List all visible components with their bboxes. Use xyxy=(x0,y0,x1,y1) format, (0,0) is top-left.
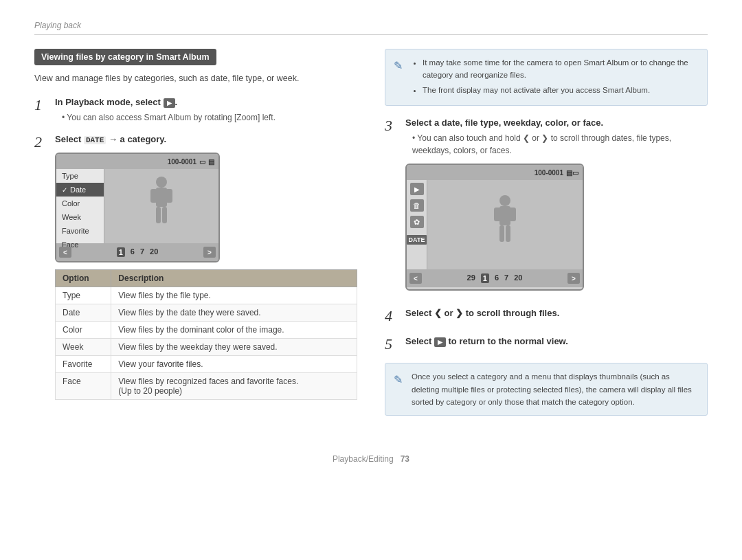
step-number-1: 1 xyxy=(34,96,49,124)
intro-text: View and manage files by categories, suc… xyxy=(34,72,357,85)
step-1: 1 In Playback mode, select ▶. You can al… xyxy=(34,96,357,124)
screen-top-bar-left: 100-0001 ▭ ▤ xyxy=(56,154,218,169)
option-date: Date xyxy=(56,304,111,322)
date-num-7: 7 xyxy=(140,247,144,257)
svg-point-6 xyxy=(499,195,510,206)
svg-rect-8 xyxy=(494,208,501,221)
screen-battery-icon: ▭ xyxy=(199,158,205,166)
delete-icon-box: 🗑 xyxy=(410,199,424,212)
date-num-29: 29 xyxy=(467,273,475,283)
col-description: Description xyxy=(111,270,357,287)
right-column: ✎ It may take some time for the camera t… xyxy=(385,49,708,427)
nav-right-btn-left[interactable]: > xyxy=(203,247,216,258)
info-box-bottom-content: Once you select a category and a menu th… xyxy=(412,370,699,408)
menu-date[interactable]: ✓ Date xyxy=(56,183,104,197)
desc-face: View files by recognized faces and favor… xyxy=(111,373,357,400)
svg-rect-4 xyxy=(156,207,161,223)
info-item-1: It may take some time for the camera to … xyxy=(423,56,699,82)
svg-point-0 xyxy=(156,177,167,188)
svg-rect-5 xyxy=(162,207,167,223)
figure-silhouette-right xyxy=(484,194,526,256)
table-row: Date View files by the date they were sa… xyxy=(56,304,357,322)
step-3-sub: You can also touch and hold ❮ or ❯ to sc… xyxy=(412,132,708,157)
menu-favorite[interactable]: Favorite xyxy=(56,224,104,238)
desc-week: View files by the weekday they were save… xyxy=(111,339,357,356)
step-number-5: 5 xyxy=(385,335,400,353)
info-box-bottom-text: Once you select a category and a menu th… xyxy=(412,372,692,406)
info-box-top-content: It may take some time for the camera to … xyxy=(412,56,699,98)
step-5-content: Select ▶ to return to the normal view. xyxy=(405,335,708,353)
screen-memory-icon: ▤ xyxy=(208,158,214,166)
screen-image-right xyxy=(427,180,583,269)
svg-rect-3 xyxy=(166,189,172,203)
screen-body-right: ▶ 🗑 ✿ DATE xyxy=(407,180,583,269)
step-2-content: Select DATE → a category. 100-0001 ▭ ▤ T… xyxy=(55,133,357,400)
col-option: Option xyxy=(56,270,111,287)
return-icon: ▶ xyxy=(434,337,446,348)
step-1-sub: You can also access Smart Album by rotat… xyxy=(62,111,357,124)
step-5: 5 Select ▶ to return to the normal view. xyxy=(385,335,708,353)
date-num-6-right: 6 xyxy=(495,273,499,283)
svg-rect-11 xyxy=(506,225,510,242)
header-title: Playing back xyxy=(34,21,81,30)
page-footer: Playback/Editing 73 xyxy=(34,447,708,464)
step-number-4: 4 xyxy=(385,307,400,325)
svg-rect-1 xyxy=(156,188,167,207)
screen-top-bar-right: 100-0001 ▤▭ xyxy=(407,165,583,180)
desc-date: View files by the date they were saved. xyxy=(111,304,357,322)
info-list: It may take some time for the camera to … xyxy=(412,56,699,96)
step-2-title: Select DATE → a category. xyxy=(55,133,357,146)
date-num-1: 1 xyxy=(117,247,125,257)
svg-rect-2 xyxy=(150,189,157,203)
step-5-title: Select ▶ to return to the normal view. xyxy=(405,335,708,348)
table-row: Face View files by recognized faces and … xyxy=(56,373,357,400)
date-num-20: 20 xyxy=(150,247,158,257)
desc-type: View files by the file type. xyxy=(111,287,357,304)
info-icon-top: ✎ xyxy=(394,57,406,98)
figure-silhouette-left xyxy=(141,175,182,237)
settings-icon-box: ✿ xyxy=(410,216,424,228)
step-1-title: In Playback mode, select ▶. xyxy=(55,96,357,109)
table-row: Color View files by the dominant color o… xyxy=(56,322,357,339)
date-nums-left: 1 6 7 20 xyxy=(73,247,202,257)
desc-favorite: View your favorite files. xyxy=(111,356,357,373)
camera-screen-left: 100-0001 ▭ ▤ Type ✓ Date Color Week Favo… xyxy=(55,153,220,262)
nav-left-btn-right[interactable]: < xyxy=(409,273,422,284)
step-3-content: Select a date, file type, weekday, color… xyxy=(405,117,708,298)
nav-right-btn-right[interactable]: > xyxy=(567,273,580,284)
menu-type[interactable]: Type xyxy=(56,169,104,183)
screen-right-icons: ▶ 🗑 ✿ DATE xyxy=(407,180,427,269)
footer-page: 73 xyxy=(401,454,409,464)
info-box-bottom: ✎ Once you select a category and a menu … xyxy=(385,363,708,416)
step-4-content: Select ❮ or ❯ to scroll through files. xyxy=(405,307,708,325)
screen-top-bar-text-right: 100-0001 xyxy=(535,169,563,177)
options-table: Option Description Type View files by th… xyxy=(55,269,357,400)
screen-menu-left: Type ✓ Date Color Week Favorite Face xyxy=(56,169,104,243)
info-item-2: The front display may not activate after… xyxy=(423,84,699,96)
camera-screen-right: 100-0001 ▤▭ ▶ 🗑 ✿ DATE xyxy=(405,164,584,291)
play-icon-box: ▶ xyxy=(410,183,424,195)
step-3-title: Select a date, file type, weekday, color… xyxy=(405,117,708,129)
screen-body-left: Type ✓ Date Color Week Favorite Face xyxy=(56,169,218,243)
step-2: 2 Select DATE → a category. 100-0001 ▭ ▤… xyxy=(34,133,357,400)
svg-rect-7 xyxy=(499,206,510,225)
table-row: Favorite View your favorite files. xyxy=(56,356,357,373)
date-num-7-right: 7 xyxy=(504,273,508,283)
step-number-3: 3 xyxy=(385,117,400,298)
menu-week[interactable]: Week xyxy=(56,210,104,224)
screen-top-bar-text-left: 100-0001 xyxy=(168,158,196,166)
page-header: Playing back xyxy=(34,21,708,35)
date-tag: DATE xyxy=(407,235,427,245)
info-icon-bottom: ✎ xyxy=(394,371,406,408)
nav-left-btn-left[interactable]: < xyxy=(59,247,71,258)
date-label-right: 2010 . 7 . 1 xyxy=(407,287,583,291)
option-week: Week xyxy=(56,339,111,356)
menu-color[interactable]: Color xyxy=(56,197,104,210)
step-1-content: In Playback mode, select ▶. You can also… xyxy=(55,96,357,124)
footer-text: Playback/Editing xyxy=(333,454,394,464)
option-type: Type xyxy=(56,287,111,304)
screen-bottom-right: < 29 1 6 7 20 > xyxy=(407,269,583,287)
info-box-top: ✎ It may take some time for the camera t… xyxy=(385,49,708,106)
left-column: Viewing files by category in Smart Album… xyxy=(34,49,357,427)
date-nums-right: 29 1 6 7 20 xyxy=(423,273,566,283)
